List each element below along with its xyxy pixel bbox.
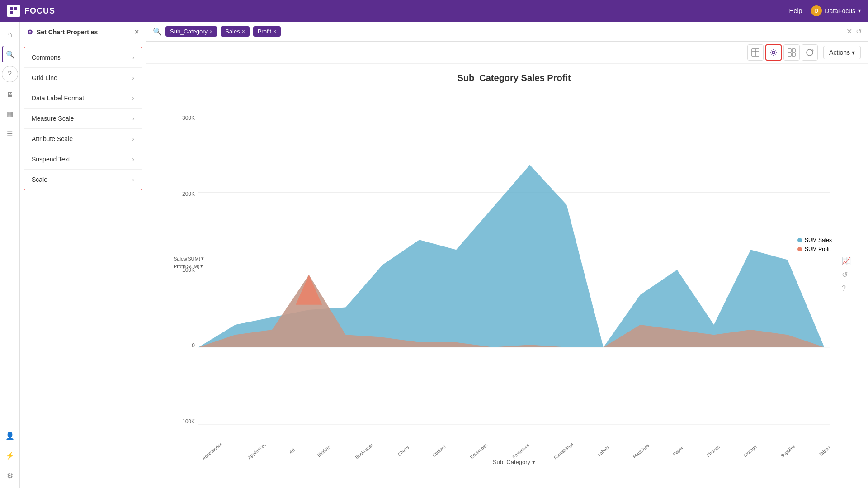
- main-layout: ⌂ 🔍 ? 🖥 ▦ ☰ 👤 ⚡ ⚙ ⚙ Set Chart Properties…: [0, 22, 868, 488]
- legend-profit: SUM Profit: [797, 246, 832, 252]
- topnav: FOCUS Help D DataFocus ▾: [0, 0, 868, 22]
- profit-tag-close[interactable]: ×: [273, 28, 276, 35]
- brand-name: FOCUS: [24, 6, 55, 16]
- logo-icon: [7, 5, 20, 17]
- x-label-paper: Paper: [672, 445, 684, 457]
- legend-profit-label: SUM Profit: [805, 246, 831, 252]
- x-axis-title-chevron: ▾: [532, 459, 535, 465]
- donut-view-btn[interactable]: [802, 44, 818, 61]
- measure-scale-item[interactable]: Measure Scale ›: [24, 109, 142, 129]
- x-label-bookcases: Bookcases: [354, 442, 374, 460]
- topnav-right: Help D DataFocus ▾: [789, 5, 861, 16]
- commons-item[interactable]: Commons ›: [24, 47, 142, 68]
- sales-tag-label: Sales: [225, 28, 240, 35]
- sidebar-item-person[interactable]: 👤: [2, 427, 18, 444]
- search-refresh-icon[interactable]: ↺: [856, 27, 862, 36]
- user-label: DataFocus: [825, 7, 855, 14]
- refresh-icon[interactable]: ↺: [842, 270, 851, 279]
- sidebar-item-inbox[interactable]: ☰: [2, 126, 18, 142]
- table-view-btn[interactable]: [747, 44, 764, 61]
- sidebar-item-help[interactable]: ?: [2, 66, 18, 82]
- profit-tag[interactable]: Profit ×: [253, 26, 281, 37]
- measure-scale-label: Measure Scale: [32, 115, 74, 122]
- legend: SUM Sales SUM Profit: [797, 237, 832, 252]
- grid-line-item[interactable]: Grid Line ›: [24, 68, 142, 88]
- sales-tag[interactable]: Sales ×: [221, 26, 250, 37]
- scale-item[interactable]: Scale ›: [24, 170, 142, 190]
- chart-wrap: Sales(SUM) ▾ Profit(SUM) ▾ 300K 200K 100…: [174, 88, 854, 461]
- question-icon[interactable]: ?: [842, 284, 851, 293]
- measure-scale-chevron: ›: [132, 115, 134, 122]
- x-label-tables: Tables: [818, 445, 831, 457]
- right-icons: 📈 ↺ ?: [838, 253, 854, 296]
- attribute-scale-label: Attribute Scale: [32, 135, 73, 142]
- actions-button[interactable]: Actions ▾: [823, 46, 861, 59]
- svg-rect-7: [788, 49, 791, 52]
- sidebar-item-activity[interactable]: ⚡: [2, 447, 18, 464]
- sales-tag-close[interactable]: ×: [242, 28, 245, 35]
- sidebar-item-search[interactable]: 🔍: [2, 46, 18, 62]
- scale-chevron: ›: [132, 176, 134, 183]
- profit-tag-label: Profit: [258, 28, 271, 35]
- panel-title: Set Chart Properties: [37, 28, 98, 36]
- sidebar-item-home[interactable]: ⌂: [2, 26, 18, 43]
- sidebar-item-table[interactable]: ▦: [2, 106, 18, 122]
- chart-toolbar: Actions ▾: [146, 42, 868, 64]
- x-label-storage: Storage: [742, 444, 758, 458]
- svg-rect-0: [10, 7, 13, 10]
- search-input[interactable]: [284, 28, 843, 35]
- profit-sum-label[interactable]: Profit(SUM) ▾: [174, 263, 204, 269]
- x-label-art: Art: [288, 447, 296, 455]
- topnav-left: FOCUS: [7, 5, 55, 17]
- svg-rect-1: [14, 7, 17, 10]
- search-clear-icon[interactable]: ✕: [846, 27, 852, 36]
- panel-close-button[interactable]: ×: [135, 28, 139, 36]
- commons-chevron: ›: [132, 54, 134, 61]
- panel-gear-icon: ⚙: [27, 28, 33, 36]
- svg-point-6: [772, 51, 775, 54]
- panel-menu: Commons › Grid Line › Data Label Format …: [24, 47, 142, 190]
- search-icon: 🔍: [153, 27, 162, 36]
- sub-category-tag-close[interactable]: ×: [209, 28, 212, 35]
- line-chart-icon[interactable]: 📈: [842, 256, 851, 265]
- data-label-format-label: Data Label Format: [32, 95, 84, 102]
- attribute-scale-item[interactable]: Attribute Scale ›: [24, 129, 142, 149]
- x-label-phones: Phones: [706, 444, 721, 458]
- suspend-text-chevron: ›: [132, 156, 134, 163]
- grid-view-btn[interactable]: [783, 44, 800, 61]
- sub-category-tag[interactable]: Sub_Category ×: [165, 26, 217, 37]
- y-label-neg100k: -100K: [180, 418, 195, 425]
- legend-sales-label: SUM Sales: [805, 237, 832, 243]
- help-label[interactable]: Help: [789, 7, 802, 14]
- svg-rect-10: [792, 53, 795, 56]
- panel-header: ⚙ Set Chart Properties ×: [20, 22, 146, 43]
- sidebar-icons: ⌂ 🔍 ? 🖥 ▦ ☰ 👤 ⚡ ⚙: [0, 22, 20, 488]
- data-label-format-item[interactable]: Data Label Format ›: [24, 88, 142, 109]
- y-label-200k: 200K: [182, 191, 195, 197]
- user-menu[interactable]: D DataFocus ▾: [811, 5, 861, 16]
- chart-title: Sub_Category Sales Profit: [174, 73, 854, 83]
- actions-chevron: ▾: [852, 49, 855, 56]
- gear-view-btn[interactable]: [765, 44, 782, 61]
- x-axis-title[interactable]: Sub_Category ▾: [493, 459, 535, 465]
- x-label-fasteners: Fasteners: [511, 443, 530, 460]
- x-label-appliances: Appliances: [247, 442, 267, 460]
- sub-category-tag-label: Sub_Category: [170, 28, 208, 35]
- x-label-machines: Machines: [632, 443, 650, 459]
- suspend-text-item[interactable]: Suspend Text ›: [24, 149, 142, 170]
- x-label-supplies: Supplies: [780, 444, 796, 459]
- x-axis-labels: Accessories Appliances Art Binders Bookc…: [198, 449, 830, 454]
- svg-rect-8: [792, 49, 795, 52]
- actions-label: Actions: [829, 49, 850, 56]
- sidebar-item-settings[interactable]: ⚙: [2, 467, 18, 483]
- legend-sales: SUM Sales: [797, 237, 832, 243]
- grid-line-label: Grid Line: [32, 74, 57, 81]
- sidebar-item-monitor[interactable]: 🖥: [2, 86, 18, 102]
- sales-sum-label[interactable]: Sales(SUM) ▾: [174, 256, 204, 261]
- data-label-format-chevron: ›: [132, 95, 134, 102]
- chart-content: Sub_Category Sales Profit Sales(SUM) ▾ P…: [146, 64, 868, 488]
- x-label-chairs: Chairs: [396, 445, 410, 457]
- grid-line-chevron: ›: [132, 74, 134, 81]
- x-label-copiers: Copiers: [431, 444, 446, 458]
- commons-label: Commons: [32, 54, 61, 61]
